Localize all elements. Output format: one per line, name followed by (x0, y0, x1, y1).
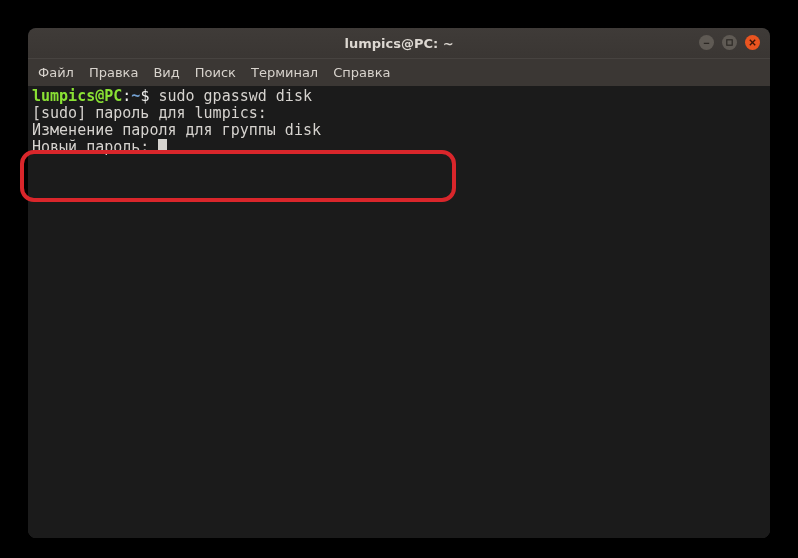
menu-search[interactable]: Поиск (195, 65, 236, 80)
menu-edit[interactable]: Правка (89, 65, 138, 80)
svg-rect-1 (727, 40, 732, 45)
prompt-colon: : (122, 87, 131, 105)
menu-terminal[interactable]: Терминал (251, 65, 318, 80)
change-password-line: Изменение пароля для группы disk (32, 121, 321, 139)
menubar: Файл Правка Вид Поиск Терминал Справка (28, 58, 770, 86)
menu-help[interactable]: Справка (333, 65, 390, 80)
terminal-cursor (158, 139, 167, 154)
terminal-window: lumpics@PC: ~ Файл Правка Вид Поиск Терм… (28, 28, 770, 538)
prompt-symbol: $ (140, 87, 158, 105)
command-text: sudo gpasswd disk (158, 87, 312, 105)
window-titlebar: lumpics@PC: ~ (28, 28, 770, 58)
window-title: lumpics@PC: ~ (344, 36, 453, 51)
window-minimize-button[interactable] (699, 35, 714, 50)
menu-view[interactable]: Вид (153, 65, 179, 80)
prompt-user: lumpics@PC (32, 87, 122, 105)
maximize-icon (725, 38, 734, 47)
window-maximize-button[interactable] (722, 35, 737, 50)
minimize-icon (702, 38, 711, 47)
sudo-password-line: [sudo] пароль для lumpics: (32, 104, 267, 122)
close-icon (748, 38, 757, 47)
window-close-button[interactable] (745, 35, 760, 50)
new-password-line: Новый пароль: (32, 138, 158, 156)
terminal-area[interactable]: lumpics@PC:~$ sudo gpasswd disk [sudo] п… (28, 86, 770, 538)
menu-file[interactable]: Файл (38, 65, 74, 80)
window-controls (699, 35, 760, 50)
